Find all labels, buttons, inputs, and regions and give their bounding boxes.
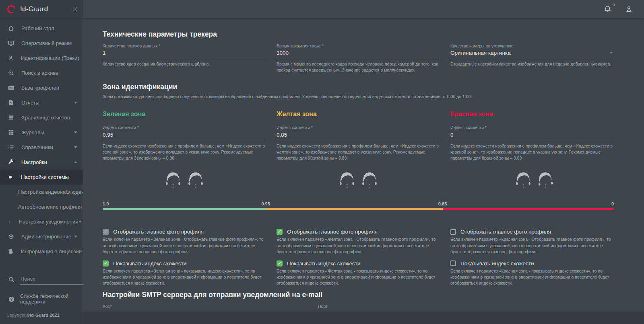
sidebar-item-administration[interactable]: Администрирование [0, 229, 83, 244]
checkbox-hint: Если включен параметр «Зеленая зона - по… [103, 268, 266, 287]
field-track-close-time: Время закрытия трека * Время с момента п… [277, 43, 440, 73]
sidebar-item-report-storage[interactable]: Хранилище отчётов [0, 110, 83, 125]
sidebar-item-profile-database[interactable]: База профилей [0, 80, 83, 95]
camera-quality-select[interactable]: Оригинальная картинка [450, 49, 614, 59]
sidebar-item-desktop[interactable]: Рабочий стол [0, 21, 83, 36]
sidebar-item-directories[interactable]: Справочники [0, 140, 83, 155]
face-image-fragment [187, 18, 206, 24]
sidebar-toggle-icon[interactable] [73, 7, 77, 11]
checkbox-label: Отображать главное фото профиля [287, 229, 378, 235]
sidebar-item-label: База профилей [21, 85, 77, 91]
smtp-host-input[interactable] [103, 309, 300, 312]
zone-gradient-slider[interactable] [103, 208, 614, 210]
face-image [360, 169, 379, 201]
notifications-bell-icon[interactable]: 0 [604, 5, 611, 13]
sidebar-item-label: Поиск в архиве [21, 70, 77, 76]
sidebar-item-notification-settings[interactable]: › Настройки уведомлений [0, 214, 83, 229]
smtp-section-title: Настройки SMTP сервера для отправки увед… [103, 291, 614, 299]
search-plus-icon [7, 70, 14, 77]
topbar: 0 [83, 0, 644, 18]
data-streams-input[interactable] [103, 49, 266, 59]
checkbox-row-show-similarity-index[interactable]: ✓ Показывать индекс схожести [450, 260, 614, 267]
red-zone-index-input[interactable] [450, 131, 614, 141]
sidebar-item-settings[interactable]: Настройки [0, 155, 83, 170]
checkbox-row-show-similarity-index[interactable]: ✓ Показывать индекс схожести [103, 260, 266, 267]
checkbox-hint: Если включен параметр «Красная зона - по… [450, 268, 614, 287]
yellow-zone-checkboxes: ✓ Отображать главное фото профиля Если в… [277, 223, 440, 291]
sidebar-item-journals[interactable]: Журналы [0, 125, 83, 140]
checkbox[interactable]: ✓ [277, 229, 283, 235]
field-host: Хост Сервер e-mail уведомлений. [103, 304, 300, 312]
checkbox[interactable]: ✓ [450, 229, 456, 235]
green-zone-index-input[interactable] [103, 131, 266, 141]
checkbox-label: Отображать главное фото профиля [460, 229, 551, 235]
smtp-port-input[interactable] [318, 309, 441, 312]
checkbox-row-show-main-photo[interactable]: ✓ Отображать главное фото профиля [277, 229, 440, 235]
sidebar-item-archive-search[interactable]: Поиск в архиве [0, 66, 83, 80]
table-icon [7, 129, 14, 136]
field-label: Количество потоков данных * [103, 43, 266, 48]
app-window: Id-Guard Рабочий стол Оперативный режим … [0, 0, 644, 324]
sidebar-subitem-label: Автообновление профиля [18, 204, 82, 210]
sidebar-search-input[interactable] [20, 274, 92, 285]
zone-checkboxes: ✓ Отображать главное фото профиля Если в… [103, 223, 614, 291]
sidebar-item-label: Настройки [21, 159, 74, 165]
sidebar-item-label: Идентификации (Треки) [21, 55, 79, 61]
checkbox-label: Показывать индекс схожести [287, 260, 361, 267]
support-link[interactable]: Служба технической поддержки [0, 287, 83, 311]
checkbox-row-show-main-photo[interactable]: ✓ Отображать главное фото профиля [103, 229, 266, 235]
green-zone-checkboxes: ✓ Отображать главное фото профиля Если в… [103, 223, 266, 291]
sidebar: Id-Guard Рабочий стол Оперативный режим … [0, 0, 83, 324]
sidebar-item-video-settings[interactable]: Настройка видеонаблюдения [0, 185, 83, 199]
field-hint: Количество ядер создания биометрического… [103, 61, 266, 67]
checkbox-hint: Если включен параметр «Желтая зона - Ото… [277, 236, 440, 255]
checkbox-row-show-similarity-index[interactable]: ✓ Показывать индекс схожести [277, 260, 440, 267]
checkbox[interactable]: ✓ [103, 229, 109, 235]
sidebar-item-label: Журналы [21, 129, 74, 135]
face-image [164, 169, 182, 201]
green-zone-column: Зеленая зона Индекс схожести * Если инде… [103, 107, 266, 162]
sidebar-item-reports[interactable]: Отчеты [0, 95, 83, 110]
green-zone-title: Зеленая зона [103, 111, 266, 118]
face-image [338, 169, 356, 201]
field-label: Хост [103, 304, 300, 309]
license-icon [7, 248, 14, 255]
id-card-icon [7, 84, 14, 92]
checkbox-hint: Если включен параметр «Желтая зона - пок… [277, 268, 440, 287]
yellow-zone-index-input[interactable] [277, 131, 440, 141]
yellow-zone-column: Желтая зона Индекс схожести * Если индек… [277, 107, 440, 162]
checkbox-row-show-main-photo[interactable]: ✓ Отображать главное фото профиля [450, 229, 614, 235]
sidebar-item-profile-autoupdate[interactable]: Автообновление профиля [0, 199, 83, 214]
checkbox[interactable]: ✓ [277, 260, 283, 267]
home-icon [7, 25, 14, 32]
face-image-fragment [168, 18, 186, 22]
checkbox[interactable]: ✓ [450, 260, 456, 266]
zones-section-subtitle: Зоны показывают уровень совпадения получ… [103, 94, 614, 100]
sidebar-item-label: Рабочий стол [21, 25, 77, 31]
brand-logo-icon [6, 4, 16, 14]
sidebar-item-operational-mode[interactable]: Оперативный режим [0, 36, 83, 51]
checkbox-hint: Если включен параметр «Красная зона - От… [450, 236, 614, 255]
tracker-section-title: Технические параметры трекера [103, 30, 614, 39]
field-hint: Если индекс схожести изображения с профи… [277, 143, 440, 162]
checkbox[interactable]: ✓ [103, 260, 109, 267]
sidebar-item-system-settings[interactable]: Настройки системы [0, 170, 83, 185]
question-icon [8, 295, 15, 303]
copyright-brand: ©Id-Guard 2021 [27, 313, 59, 318]
sidebar-item-license-info[interactable]: Информация о лицензии [0, 244, 83, 259]
red-zone-checkboxes: ✓ Отображать главное фото профиля Если в… [450, 223, 614, 291]
brand-name: Id-Guard [20, 5, 73, 13]
smtp-fields: Хост Сервер e-mail уведомлений. Порт Пор… [103, 304, 614, 312]
track-close-time-input[interactable] [277, 49, 440, 59]
field-hint: Время с момента последнего кадра прохода… [277, 61, 440, 73]
account-icon[interactable] [625, 5, 633, 13]
field-hint: Если индекс схожести изображения с профи… [103, 143, 266, 162]
sidebar-item-identifications[interactable]: Идентификации (Треки) [0, 51, 83, 66]
similarity-slider-block: 1.0 0.95 0.85 0 [103, 168, 614, 213]
tick-label: 1.0 [103, 201, 109, 206]
wrench-icon [7, 159, 14, 166]
sidebar-item-label: Информация о лицензии [21, 248, 82, 254]
chevron-up-icon [74, 161, 77, 163]
red-zone-title: Красная зона [450, 111, 614, 118]
zones-section-title: Зона идентификации [103, 83, 614, 91]
